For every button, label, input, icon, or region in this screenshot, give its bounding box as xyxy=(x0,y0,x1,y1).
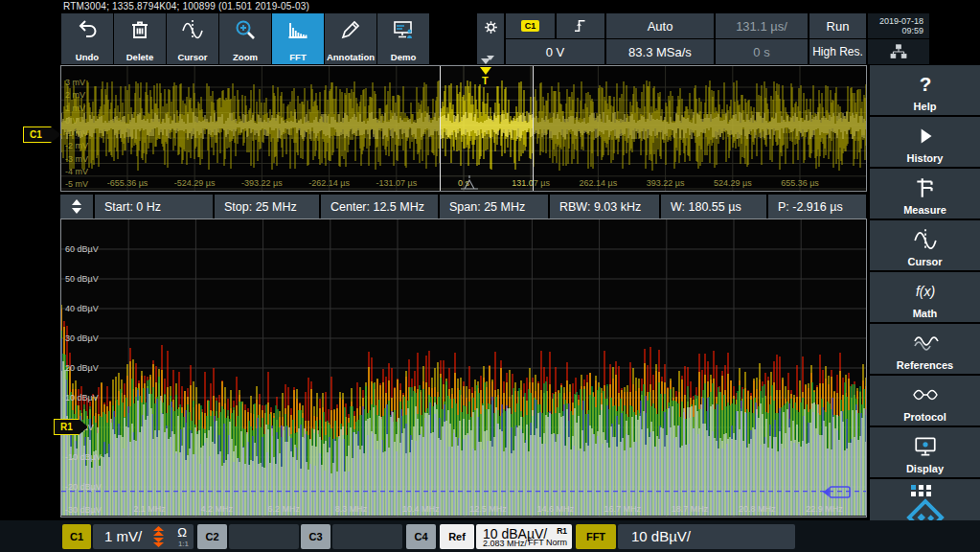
sidebar-label: References xyxy=(897,359,953,371)
acquisition-mode-value: High Res. xyxy=(812,45,863,58)
sidebar-item-history[interactable]: History xyxy=(870,117,980,167)
sidebar-item-references[interactable]: References xyxy=(870,324,980,374)
sidebar-item-math[interactable]: f(x) Math xyxy=(870,272,980,322)
fft-start-value: Start: 0 Hz xyxy=(104,200,161,214)
channel-bar: C1 1 mV/ Ω 1:1 C2 C3 C4 Ref 10 dBAµV/ 2.… xyxy=(0,520,980,552)
sidebar-item-measure[interactable]: Measure xyxy=(870,169,980,218)
db-axis-label: 40 dBµV xyxy=(65,304,99,313)
fft-span-value: Span: 25 MHz xyxy=(449,200,525,214)
settings-button[interactable] xyxy=(477,13,504,64)
spectrum-panel[interactable]: 60 dBµV50 dBµV40 dBµV30 dBµV20 dBµV10 dB… xyxy=(60,218,867,518)
zoom-button[interactable]: Zoom xyxy=(219,13,271,64)
channel3-badge[interactable]: C3 xyxy=(301,524,330,549)
trigger-position-marker[interactable] xyxy=(481,58,490,64)
signal-selector-control[interactable] xyxy=(60,195,93,218)
demo-button[interactable]: Demo xyxy=(377,13,429,64)
cursor-button[interactable]: Cursor xyxy=(167,13,218,64)
fft-center-cell[interactable]: Center: 12.5 MHz xyxy=(321,195,438,218)
channel2-badge[interactable]: C2 xyxy=(197,524,227,549)
ref-scale-cell[interactable]: 10 dBAµV/ 2.083 MHz/ R1 FFT Norm xyxy=(476,524,572,549)
fft-button[interactable]: FFT xyxy=(272,13,324,64)
channel1-badge-label: C1 xyxy=(70,531,83,542)
fft-badge[interactable]: FFT xyxy=(576,524,616,549)
fft-scale-value: 10 dBµV/ xyxy=(631,528,691,544)
acquisition-state-cell[interactable]: Run xyxy=(809,13,866,38)
network-icon xyxy=(889,44,908,59)
bus-protocol-icon xyxy=(911,382,940,407)
svg-text:?: ? xyxy=(919,73,931,95)
toolbar-label: Cursor xyxy=(177,52,207,62)
db-axis-label: 50 dBµV xyxy=(65,274,99,284)
channel4-badge[interactable]: C4 xyxy=(406,524,436,549)
fft-span-cell[interactable]: Span: 25 MHz xyxy=(440,195,548,218)
threshold-line[interactable] xyxy=(61,219,866,517)
ref-source-value: R1 xyxy=(557,526,567,536)
trash-icon xyxy=(128,18,151,41)
fft-gate-left-handle[interactable] xyxy=(440,66,441,191)
frequency-axis-label: 20.8 MHz xyxy=(739,504,776,514)
fft-rbw-cell[interactable]: RBW: 9.03 kHz xyxy=(550,195,659,218)
fft-stop-cell[interactable]: Stop: 25 MHz xyxy=(215,195,319,218)
sidebar-item-help[interactable]: ? Help xyxy=(870,65,980,115)
fft-gate-right-handle[interactable] xyxy=(533,66,534,191)
undo-icon xyxy=(76,18,99,41)
fft-position-cell[interactable]: P: -2.916 µs xyxy=(768,195,866,218)
frequency-axis-label: 4.2 MHz xyxy=(200,504,233,514)
sidebar-item-cursor[interactable]: Cursor xyxy=(870,220,980,270)
delete-button[interactable]: Delete xyxy=(114,13,166,64)
channel3-scale-cell[interactable] xyxy=(332,524,402,549)
apps-grid-icon xyxy=(909,484,942,497)
frequency-axis-label: 22.9 MHz xyxy=(806,504,843,514)
fft-spectrum-icon xyxy=(286,18,309,41)
sidebar-label: Cursor xyxy=(907,256,942,267)
toolbar-label: FFT xyxy=(289,52,306,62)
scale-stepper-icon xyxy=(152,526,165,547)
title-bar: RTM3004; 1335.8794K04; 100899 (01.501 20… xyxy=(0,0,980,13)
network-status-cell[interactable] xyxy=(868,39,929,64)
acquisition-mode-cell[interactable]: High Res. xyxy=(809,39,866,64)
toolbar-label: Annotation xyxy=(327,52,375,62)
toolbar-label: Demo xyxy=(391,52,416,62)
sidebar-item-protocol[interactable]: Protocol xyxy=(870,376,980,426)
channel1-badge[interactable]: C1 xyxy=(62,524,91,549)
datetime-cell[interactable]: 2019-07-18 09:59 xyxy=(868,13,929,38)
channel1-impedance: Ω xyxy=(177,525,187,540)
timebase-cell[interactable]: 131.1 µs/ xyxy=(716,13,808,38)
db-axis-label: 10 dBµV xyxy=(65,393,99,402)
channel1-scale-cell[interactable]: 1 mV/ Ω 1:1 xyxy=(93,524,194,549)
trigger-source-cell[interactable]: C1 xyxy=(506,13,555,38)
date-value: 2019-07-18 xyxy=(868,16,923,26)
frequency-axis-label: 8.3 MHz xyxy=(335,504,368,514)
channel2-scale-cell[interactable] xyxy=(229,524,299,549)
fft-scale-cell[interactable]: 10 dBµV/ xyxy=(618,524,795,549)
channel1-position-marker[interactable]: C1 xyxy=(23,126,61,143)
cursor-waveform-icon xyxy=(181,18,204,41)
threshold-handle-icon xyxy=(822,486,851,498)
trigger-slope-cell[interactable] xyxy=(557,13,604,38)
scroll-up-icon xyxy=(72,199,81,205)
frequency-axis-label: 12.5 MHz xyxy=(469,504,507,514)
sample-rate-cell[interactable]: 83.3 MSa/s xyxy=(606,39,714,64)
sidebar-item-display[interactable]: Display xyxy=(870,427,980,477)
channel2-badge-label: C2 xyxy=(205,531,218,542)
trigger-mode-cell[interactable]: Auto xyxy=(606,13,714,38)
fft-center-value: Center: 12.5 MHz xyxy=(330,200,424,214)
trigger-level-cell[interactable]: 0 V xyxy=(506,39,604,64)
undo-button[interactable]: Undo xyxy=(61,13,113,64)
annotation-button[interactable]: Annotation xyxy=(325,13,376,64)
frequency-axis-label: 6.2 MHz xyxy=(268,504,301,514)
frequency-axis-label: 2.1 MHz xyxy=(133,504,166,514)
magnifier-icon xyxy=(234,18,257,41)
ref-badge[interactable]: Ref xyxy=(440,524,474,549)
caliper-icon xyxy=(913,175,938,200)
channel1-probe-ratio: 1:1 xyxy=(178,540,189,548)
trigger-time-marker[interactable] xyxy=(480,67,491,75)
ref-horizontal-value: 2.083 MHz/ xyxy=(483,539,527,548)
help-icon: ? xyxy=(913,72,938,97)
threshold-marker-badge[interactable] xyxy=(822,485,851,497)
waveform-panel[interactable]: 3 mV2 mV1 mV0 V-1 mV-2 mV-3 mV-4 mV-5 mV… xyxy=(60,65,867,192)
fft-start-cell[interactable]: Start: 0 Hz xyxy=(95,195,213,218)
horizontal-position-cell[interactable]: 0 s xyxy=(716,39,808,64)
fft-window-cell[interactable]: W: 180.55 µs xyxy=(661,195,766,218)
frequency-axis-label: 16.7 MHz xyxy=(604,504,642,514)
